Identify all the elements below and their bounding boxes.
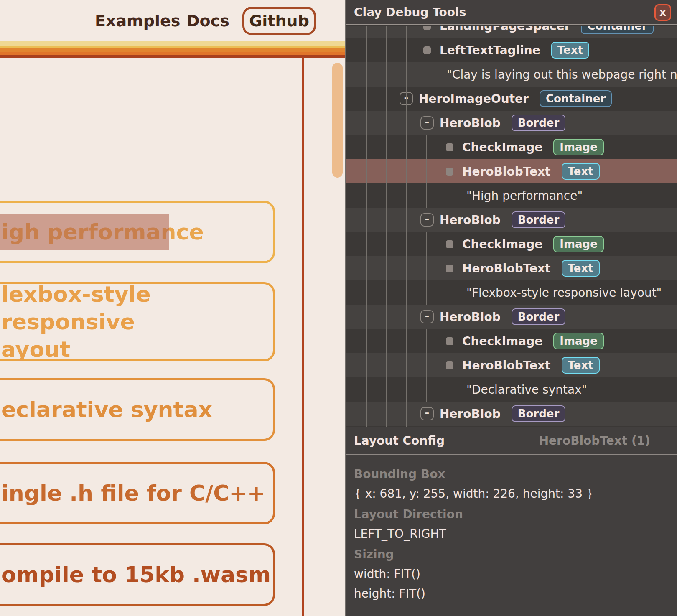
tree-indent-guide (426, 232, 427, 305)
tree-text-content: "Declarative syntax" (466, 383, 587, 397)
element-type-tag: Border (512, 308, 566, 325)
stripe-band-4 (0, 55, 345, 58)
tree-row[interactable]: -HeroBlobBorder (346, 402, 677, 426)
tree-row[interactable]: HeroBlobTextText (346, 353, 677, 377)
element-bullet-icon (446, 240, 453, 248)
debug-panel-header: Clay Debug Tools (346, 0, 677, 25)
element-bullet-icon (423, 26, 431, 30)
tree-node-label: LandingPageSpacer (440, 26, 570, 33)
tree-indent-guide (406, 26, 407, 427)
tree-row[interactable]: "Clay is laying out this webpage right n… (346, 62, 677, 87)
config-field-value: LEFT_TO_RIGHT (354, 527, 669, 541)
element-bullet-icon (446, 337, 453, 345)
element-tree: LandingPageSpacerContainerLeftTextTaglin… (346, 26, 677, 427)
nav-link-examples[interactable]: Examples (95, 0, 180, 41)
element-type-tag: Border (512, 405, 566, 422)
tree-row[interactable]: -HeroBlobBorder (346, 208, 677, 232)
element-type-tag: Image (553, 236, 604, 252)
tree-row[interactable]: LandingPageSpacerContainer (346, 26, 677, 38)
element-type-tag: Border (512, 211, 566, 228)
tree-node-label: HeroBlob (440, 116, 501, 130)
config-field-label: Bounding Box (354, 467, 669, 481)
feature-card-text: lexbox-style responsive (1, 280, 273, 336)
tree-row[interactable]: -HeroBlobBorder (346, 111, 677, 135)
tree-node-label: CheckImage (462, 140, 542, 154)
page-vertical-divider (302, 57, 304, 616)
config-field-label: Layout Direction (354, 507, 669, 521)
tree-row[interactable]: -HeroBlobBorder (346, 305, 677, 329)
tree-indent-guide (386, 26, 387, 427)
layout-config-header: Layout Config HeroBlobText (1) (346, 427, 677, 455)
tree-row[interactable]: CheckImageImage (346, 329, 677, 353)
element-type-tag: Container (540, 90, 612, 107)
tree-row[interactable]: LeftTextTaglineText (346, 38, 677, 62)
element-type-tag: Text (562, 163, 600, 180)
tree-indent-guide (426, 135, 427, 208)
page-scrollbar-thumb[interactable] (332, 63, 343, 178)
element-bullet-icon (446, 143, 453, 151)
element-type-tag: Image (553, 333, 604, 349)
config-field-value: width: FIT() (354, 567, 669, 581)
element-bullet-icon (423, 46, 431, 54)
clay-debug-panel: Clay Debug Tools x LandingPageSpacerCont… (345, 0, 677, 616)
collapse-button[interactable]: - (420, 407, 434, 420)
collapse-button[interactable]: - (420, 310, 434, 323)
close-icon[interactable]: x (654, 4, 671, 21)
layout-config-section: Layout Config HeroBlobText (1) Bounding … (346, 427, 677, 616)
layout-config-body: Bounding Box{ x: 681, y: 255, width: 226… (346, 455, 677, 601)
element-bullet-icon (446, 168, 453, 176)
feature-card: eclarative syntax (0, 378, 275, 441)
tree-indent-guide (366, 26, 367, 427)
feature-card: ompile to 15kb .wasm (0, 543, 275, 606)
tree-text-content: "Flexbox-style responsive layout" (466, 286, 662, 300)
element-type-tag: Text (562, 260, 600, 277)
feature-card-text: ompile to 15kb .wasm (1, 561, 273, 588)
config-field-value: height: FIT() (354, 587, 669, 601)
config-field-value: { x: 681, y: 255, width: 226, height: 33… (354, 487, 669, 501)
tree-row[interactable]: HeroBlobTextText (346, 256, 677, 280)
debug-panel-title: Clay Debug Tools (354, 5, 466, 19)
feature-card: lexbox-style responsiveayout (0, 282, 275, 361)
element-bullet-icon (446, 361, 453, 369)
debug-selection-overlay (0, 214, 169, 250)
tree-node-label: HeroBlob (440, 310, 501, 324)
selected-element-label: HeroBlobText (1) (539, 434, 650, 448)
element-type-tag: Border (512, 115, 566, 131)
feature-card: ingle .h file for C/C++ (0, 462, 275, 524)
tree-node-label: CheckImage (462, 334, 542, 348)
stripe-band-0 (0, 41, 345, 46)
tree-node-label: LeftTextTagline (440, 43, 540, 57)
tree-text-content: "Clay is laying out this webpage right n… (447, 68, 677, 81)
tree-row[interactable]: "Declarative syntax" (346, 377, 677, 402)
tree-node-label: CheckImage (462, 237, 542, 251)
element-type-tag: Container (581, 26, 653, 34)
brand-stripe (0, 41, 345, 58)
config-field-label: Sizing (354, 547, 669, 561)
feature-card-text: ingle .h file for C/C++ (1, 479, 273, 507)
feature-card-text: eclarative syntax (1, 396, 273, 423)
tree-node-label: HeroBlobText (462, 359, 551, 372)
collapse-button[interactable]: - (420, 213, 434, 227)
tree-row[interactable]: HeroBlobTextText (346, 159, 677, 183)
collapse-button[interactable]: - (420, 116, 434, 130)
tree-indent-guide (426, 329, 427, 402)
screen: Examples Docs Github igh performancelexb… (0, 0, 677, 616)
stripe-band-2 (0, 48, 345, 52)
element-type-tag: Text (562, 357, 600, 374)
tree-text-content: "High performance" (466, 189, 583, 203)
tree-node-label: HeroBlobText (462, 165, 551, 178)
github-button[interactable]: Github (242, 7, 316, 35)
tree-node-label: HeroBlob (440, 407, 501, 421)
site-page: Examples Docs Github igh performancelexb… (0, 0, 345, 616)
feature-card-text: ayout (1, 336, 273, 363)
tree-row[interactable]: CheckImageImage (346, 232, 677, 256)
element-type-tag: Text (551, 42, 589, 59)
element-bullet-icon (446, 265, 453, 272)
tree-row[interactable]: -HeroImageOuterContainer (346, 87, 677, 111)
tree-node-label: HeroImageOuter (419, 92, 529, 106)
layout-config-title: Layout Config (354, 434, 445, 448)
tree-row[interactable]: "Flexbox-style responsive layout" (346, 280, 677, 305)
tree-row[interactable]: "High performance" (346, 183, 677, 208)
nav-link-docs[interactable]: Docs (186, 0, 229, 41)
tree-row[interactable]: CheckImageImage (346, 135, 677, 159)
